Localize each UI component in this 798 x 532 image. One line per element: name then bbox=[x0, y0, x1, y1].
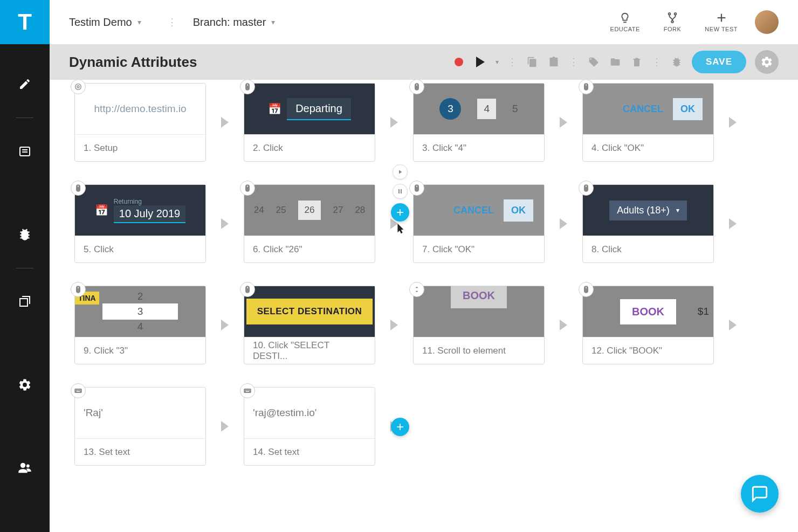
step-type-badge bbox=[409, 80, 424, 94]
step-thumbnail: 345 bbox=[414, 84, 544, 134]
step-label: 2. Click bbox=[244, 134, 375, 161]
step-type-badge bbox=[240, 80, 255, 94]
add-step-button[interactable]: + bbox=[391, 203, 409, 222]
library-icon[interactable] bbox=[17, 294, 32, 309]
step-thumbnail: 📅Returning10 July 2019 bbox=[75, 185, 205, 236]
plus-icon: + bbox=[396, 205, 404, 220]
svg-rect-18 bbox=[77, 391, 80, 392]
step-label: 9. Click "3" bbox=[75, 337, 205, 364]
step-card[interactable]: TINA234 9. Click "3" bbox=[74, 286, 206, 364]
step-type-badge bbox=[240, 282, 255, 297]
settings-button[interactable] bbox=[755, 50, 779, 74]
step-card[interactable]: SELECT DESTINATION 10. Click "SELECT DES… bbox=[244, 286, 375, 364]
delete-icon[interactable] bbox=[630, 56, 643, 68]
record-button[interactable] bbox=[452, 56, 465, 68]
step-card[interactable]: 📅Departing 2. Click bbox=[244, 83, 375, 162]
svg-rect-3 bbox=[20, 299, 27, 306]
paste-icon[interactable] bbox=[547, 56, 560, 68]
pause-here[interactable] bbox=[393, 184, 408, 199]
step-type-badge bbox=[71, 383, 86, 398]
step-type-badge bbox=[579, 80, 594, 94]
logo[interactable]: T bbox=[0, 0, 50, 44]
svg-rect-15 bbox=[77, 390, 78, 390]
settings-icon[interactable] bbox=[17, 377, 32, 392]
step-arrow bbox=[375, 117, 413, 128]
step-arrow bbox=[206, 320, 244, 330]
step-thumbnail: Adults (18+)▾ bbox=[583, 185, 713, 236]
separator-dots: ⋮ bbox=[507, 56, 517, 68]
calendar-icon: 📅 bbox=[268, 102, 281, 115]
step-thumbnail: BOOK$1 bbox=[583, 286, 713, 337]
chevron-down-icon: ▾ bbox=[271, 18, 275, 26]
chevron-down-icon[interactable]: ▾ bbox=[496, 58, 499, 66]
separator-dots: ⋮ bbox=[652, 56, 662, 68]
step-card[interactable]: 📅Returning10 July 2019 5. Click bbox=[74, 184, 206, 263]
record-icon bbox=[455, 58, 463, 66]
chevron-down-icon: ▾ bbox=[137, 18, 141, 26]
bug-toolbar-icon[interactable] bbox=[670, 56, 683, 68]
bug-icon[interactable] bbox=[17, 227, 32, 242]
step-thumbnail: 📅Departing bbox=[244, 84, 375, 134]
step-thumbnail: 'raj@testim.io' bbox=[244, 388, 375, 438]
step-type-badge bbox=[409, 181, 424, 196]
step-label: 5. Click bbox=[75, 236, 205, 262]
step-arrow bbox=[206, 218, 244, 229]
step-label: 11. Scroll to element bbox=[414, 337, 544, 364]
step-type-badge bbox=[71, 80, 86, 94]
chat-fab[interactable] bbox=[741, 475, 779, 513]
svg-point-8 bbox=[671, 21, 673, 23]
step-card[interactable]: 2425262728 6. Click "26" bbox=[244, 184, 375, 263]
step-arrow bbox=[714, 218, 752, 229]
step-arrow bbox=[714, 117, 752, 128]
step-label: 4. Click "OK" bbox=[583, 134, 713, 161]
step-type-badge bbox=[240, 383, 255, 398]
folder-icon[interactable] bbox=[609, 56, 622, 68]
step-thumbnail: CANCELOK bbox=[583, 84, 713, 134]
step-card[interactable]: CANCELOK 4. Click "OK" bbox=[582, 83, 714, 162]
pencil-icon[interactable] bbox=[17, 77, 32, 92]
plus-icon bbox=[716, 12, 727, 24]
divider bbox=[16, 268, 33, 268]
step-arrow bbox=[545, 320, 582, 330]
separator-dots: ⋮ bbox=[569, 56, 579, 68]
new-test-action[interactable]: NEW TEST bbox=[698, 12, 744, 32]
step-card[interactable]: Adults (18+)▾ 8. Click bbox=[582, 184, 714, 263]
svg-rect-19 bbox=[244, 389, 251, 393]
step-card[interactable]: 'Raj' 13. Set text bbox=[74, 387, 206, 466]
play-button[interactable] bbox=[474, 56, 487, 68]
top-header: Testim Demo ▾ ⋮ Branch: master ▾ EDUCATE… bbox=[50, 0, 798, 44]
step-card[interactable]: BOOK$1 12. Click "BOOK" bbox=[582, 286, 714, 364]
tag-icon[interactable] bbox=[587, 56, 600, 68]
user-avatar[interactable] bbox=[755, 10, 779, 34]
step-card[interactable]: 345 3. Click "4" bbox=[413, 83, 545, 162]
step-label: 6. Click "26" bbox=[244, 236, 375, 262]
play-from-here[interactable] bbox=[393, 164, 408, 179]
fork-action[interactable]: FORK bbox=[657, 12, 688, 32]
svg-rect-14 bbox=[75, 390, 76, 390]
step-thumbnail: CANCELOK bbox=[414, 185, 544, 236]
step-card[interactable]: CANCELOK 7. Click "OK" bbox=[413, 184, 545, 263]
step-card[interactable]: 'raj@testim.io' 14. Set text bbox=[244, 387, 375, 466]
step-card[interactable]: http://demo.testim.io 1. Setup bbox=[74, 83, 206, 162]
lightbulb-icon bbox=[619, 12, 631, 24]
list-icon[interactable] bbox=[17, 144, 32, 159]
gear-icon bbox=[760, 56, 773, 68]
step-row: 'Raj' 13. Set text 'raj@testim.io' 14. S… bbox=[74, 387, 773, 466]
step-label: 7. Click "OK" bbox=[414, 236, 544, 262]
educate-action[interactable]: EDUCATE bbox=[604, 12, 646, 32]
left-sidebar: T bbox=[0, 0, 50, 532]
branch-name: Branch: master bbox=[193, 16, 266, 29]
logo-letter: T bbox=[18, 9, 32, 35]
users-icon[interactable] bbox=[17, 460, 32, 475]
step-type-badge bbox=[409, 282, 424, 297]
add-step-button-end[interactable]: + bbox=[391, 418, 409, 436]
step-label: 1. Setup bbox=[75, 134, 205, 161]
save-button[interactable]: SAVE bbox=[692, 51, 746, 73]
project-dropdown[interactable]: Testim Demo ▾ bbox=[69, 16, 141, 29]
step-card[interactable]: BOOK 11. Scroll to element bbox=[413, 286, 545, 364]
plus-icon: + bbox=[396, 419, 404, 434]
step-type-badge bbox=[579, 181, 594, 196]
project-name: Testim Demo bbox=[69, 16, 132, 29]
branch-dropdown[interactable]: Branch: master ▾ bbox=[193, 16, 276, 29]
copy-icon[interactable] bbox=[526, 56, 539, 68]
